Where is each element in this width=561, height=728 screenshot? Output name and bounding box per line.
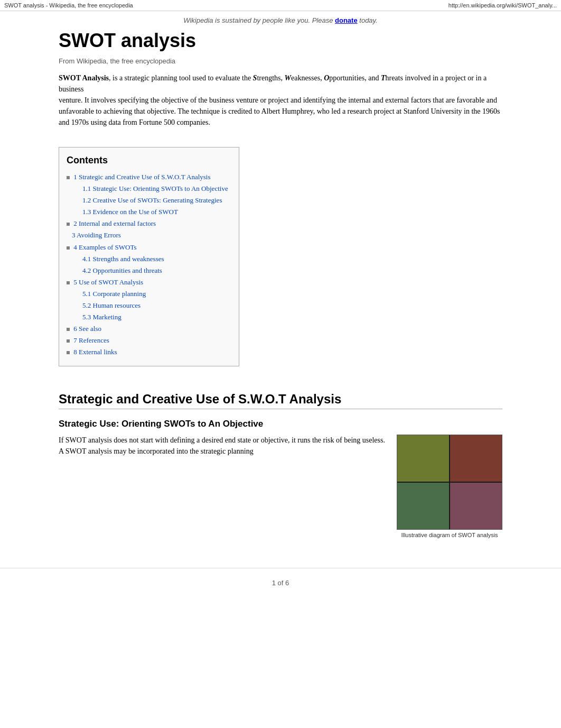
toc-item-6: 6 See also (67, 323, 228, 335)
toc-link-5-3[interactable]: 5.3 Marketing (82, 313, 121, 321)
swot-diagram-box: Illustrative diagram of SWOT analysis (397, 435, 502, 538)
toc-item-5-3: 5.3 Marketing (82, 311, 228, 323)
donate-bar: Wikipedia is sustained by people like yo… (59, 11, 502, 27)
toc-indicator-8 (67, 351, 70, 354)
toc-link-1-2[interactable]: 1.2 Creative Use of SWOTs: Generating St… (82, 196, 222, 204)
toc-link-1-1[interactable]: 1.1 Strategic Use: Orienting SWOTs to An… (82, 185, 228, 192)
toc-link-4[interactable]: 4 Examples of SWOTs (73, 243, 136, 251)
donate-text-before: Wikipedia is sustained by people like yo… (183, 16, 335, 24)
toc-item-5: 5 Use of SWOT Analysis 5.1 Corporate pla… (67, 277, 228, 323)
toc-link-4-2[interactable]: 4.2 Opportunities and threats (82, 266, 162, 274)
toc-link-5-2[interactable]: 5.2 Human resources (82, 301, 141, 309)
toc-link-8[interactable]: 8 External links (73, 348, 117, 356)
donate-link[interactable]: donate (335, 16, 358, 24)
swot-cell-threats (450, 483, 502, 529)
section1-sub-heading: Strategic Use: Orienting SWOTs to An Obj… (59, 419, 502, 429)
contents-list: 1 Strategic and Creative Use of S.W.O.T … (67, 171, 228, 358)
toc-sub-1: 1.1 Strategic Use: Orienting SWOTs to An… (67, 183, 228, 218)
page-title: SWOT analysis (59, 30, 502, 52)
page-indicator: 1 of 6 (272, 579, 289, 587)
toc-indicator-2 (67, 223, 70, 226)
opportunities-letter: O (324, 74, 329, 82)
toc-link-5[interactable]: 5 Use of SWOT Analysis (73, 278, 143, 286)
toc-item-1-1: 1.1 Strategic Use: Orienting SWOTs to An… (82, 183, 228, 195)
toc-indicator-7 (67, 339, 70, 343)
toc-indicator (67, 176, 70, 179)
toc-item-2: 2 Internal and external factors (67, 218, 228, 229)
toc-indicator-6 (67, 328, 70, 331)
swot-cell-weaknesses (450, 435, 502, 482)
toc-item-4: 4 Examples of SWOTs 4.1 Strengths and we… (67, 242, 228, 277)
contents-box: Contents 1 Strategic and Creative Use of… (59, 147, 239, 366)
toc-item-3: 3 Avoiding Errors (67, 229, 228, 241)
swot-cell-strengths (397, 435, 449, 482)
toc-item-1: 1 Strategic and Creative Use of S.W.O.T … (67, 171, 228, 218)
toc-item-8: 8 External links (67, 346, 228, 358)
tab-title: SWOT analysis - Wikipedia, the free ency… (4, 2, 133, 8)
url-bar: http://en.wikipedia.org/wiki/SWOT_analy.… (448, 2, 557, 8)
toc-indicator-4 (67, 246, 70, 250)
page-footer: 1 of 6 (0, 568, 561, 597)
diagram-caption: Illustrative diagram of SWOT analysis (397, 532, 502, 538)
toc-link-6[interactable]: 6 See also (73, 325, 101, 333)
threats-letter: T (381, 74, 386, 82)
toc-link-4-1[interactable]: 4.1 Strengths and weaknesses (82, 255, 164, 263)
toc-item-5-1: 5.1 Corporate planning (82, 288, 228, 300)
toc-item-1-2: 1.2 Creative Use of SWOTs: Generating St… (82, 195, 228, 206)
toc-link-3[interactable]: 3 Avoiding Errors (72, 231, 121, 239)
weaknesses-letter: W (285, 74, 291, 82)
toc-item-1-3: 1.3 Evidence on the Use of SWOT (82, 206, 228, 218)
donate-text-after: today. (358, 16, 378, 24)
intro-paragraph: SWOT Analysis, is a strategic planning t… (59, 72, 502, 128)
toc-link-1-3[interactable]: 1.3 Evidence on the Use of SWOT (82, 208, 178, 216)
section1-heading: Strategic and Creative Use of S.W.O.T An… (59, 392, 502, 409)
swot-diagram (397, 435, 502, 530)
toc-sub-5: 5.1 Corporate planning 5.2 Human resourc… (67, 288, 228, 323)
toc-item-5-2: 5.2 Human resources (82, 300, 228, 311)
toc-link-7[interactable]: 7 References (73, 336, 109, 344)
toc-link-1[interactable]: 1 Strategic and Creative Use of S.W.O.T … (73, 173, 210, 181)
toc-item-4-1: 4.1 Strengths and weaknesses (82, 253, 228, 265)
section1-content: Illustrative diagram of SWOT analysis If… (59, 435, 502, 547)
toc-link-5-1[interactable]: 5.1 Corporate planning (82, 290, 146, 298)
toc-item-4-2: 4.2 Opportunities and threats (82, 265, 228, 277)
toc-item-7: 7 References (67, 335, 228, 346)
toc-sub-4: 4.1 Strengths and weaknesses 4.2 Opportu… (67, 253, 228, 277)
swot-cell-opportunities (397, 483, 449, 529)
contents-heading: Contents (67, 155, 228, 166)
swot-analysis-bold: SWOT Analysis (59, 74, 109, 82)
from-wikipedia: From Wikipedia, the free encyclopedia (59, 57, 502, 65)
toc-indicator-5 (67, 281, 70, 284)
browser-bar: SWOT analysis - Wikipedia, the free ency… (0, 0, 561, 11)
toc-link-2[interactable]: 2 Internal and external factors (73, 219, 156, 227)
strengths-letter: S (253, 74, 257, 82)
